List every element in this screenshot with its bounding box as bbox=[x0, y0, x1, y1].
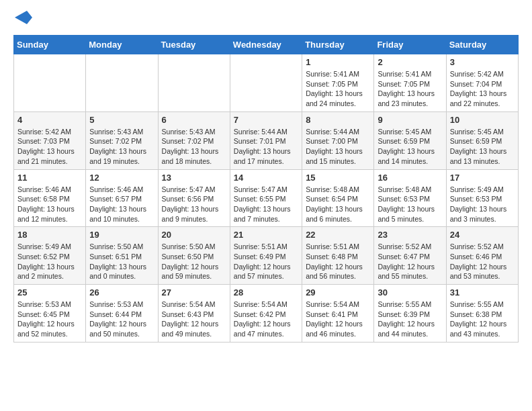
day-cell: 23Sunrise: 5:52 AM Sunset: 6:47 PM Dayli… bbox=[374, 227, 446, 285]
svg-marker-0 bbox=[15, 11, 32, 24]
day-number: 21 bbox=[234, 230, 298, 240]
day-info: Sunrise: 5:49 AM Sunset: 6:53 PM Dayligh… bbox=[450, 185, 515, 224]
day-info: Sunrise: 5:43 AM Sunset: 7:02 PM Dayligh… bbox=[162, 127, 226, 167]
day-cell: 17Sunrise: 5:49 AM Sunset: 6:53 PM Dayli… bbox=[446, 169, 518, 227]
day-info: Sunrise: 5:53 AM Sunset: 6:45 PM Dayligh… bbox=[17, 300, 82, 339]
week-row-3: 11Sunrise: 5:46 AM Sunset: 6:58 PM Dayli… bbox=[14, 169, 519, 227]
day-cell bbox=[230, 54, 302, 112]
day-cell: 25Sunrise: 5:53 AM Sunset: 6:45 PM Dayli… bbox=[14, 285, 86, 342]
day-number: 28 bbox=[234, 287, 298, 298]
day-cell bbox=[86, 54, 158, 112]
day-info: Sunrise: 5:54 AM Sunset: 6:43 PM Dayligh… bbox=[162, 300, 226, 339]
day-number: 6 bbox=[162, 115, 226, 125]
day-cell: 3Sunrise: 5:42 AM Sunset: 7:04 PM Daylig… bbox=[446, 54, 518, 112]
day-number: 22 bbox=[306, 230, 370, 240]
day-cell: 31Sunrise: 5:55 AM Sunset: 6:38 PM Dayli… bbox=[446, 285, 518, 342]
day-cell: 20Sunrise: 5:50 AM Sunset: 6:50 PM Dayli… bbox=[158, 227, 230, 285]
day-info: Sunrise: 5:47 AM Sunset: 6:56 PM Dayligh… bbox=[162, 185, 226, 224]
day-info: Sunrise: 5:47 AM Sunset: 6:55 PM Dayligh… bbox=[234, 185, 298, 224]
day-number: 31 bbox=[450, 287, 515, 298]
day-info: Sunrise: 5:46 AM Sunset: 6:58 PM Dayligh… bbox=[17, 185, 82, 224]
day-number: 17 bbox=[450, 173, 515, 183]
logo bbox=[13, 13, 32, 24]
day-cell: 19Sunrise: 5:50 AM Sunset: 6:51 PM Dayli… bbox=[86, 227, 158, 285]
day-cell: 10Sunrise: 5:45 AM Sunset: 6:59 PM Dayli… bbox=[446, 111, 518, 169]
day-cell: 22Sunrise: 5:51 AM Sunset: 6:48 PM Dayli… bbox=[302, 227, 374, 285]
day-number: 25 bbox=[17, 287, 82, 298]
day-number: 14 bbox=[234, 173, 298, 183]
day-cell: 12Sunrise: 5:46 AM Sunset: 6:57 PM Dayli… bbox=[86, 169, 158, 227]
day-number: 8 bbox=[306, 115, 370, 125]
day-number: 10 bbox=[450, 115, 515, 125]
day-number: 23 bbox=[378, 230, 442, 240]
weekday-header-monday: Monday bbox=[86, 36, 158, 54]
day-cell: 15Sunrise: 5:48 AM Sunset: 6:54 PM Dayli… bbox=[302, 169, 374, 227]
day-number: 3 bbox=[450, 57, 515, 67]
day-cell: 9Sunrise: 5:45 AM Sunset: 6:59 PM Daylig… bbox=[374, 111, 446, 169]
day-number: 27 bbox=[162, 287, 226, 298]
day-number: 30 bbox=[378, 287, 442, 298]
day-cell: 16Sunrise: 5:48 AM Sunset: 6:53 PM Dayli… bbox=[374, 169, 446, 227]
day-cell: 26Sunrise: 5:53 AM Sunset: 6:44 PM Dayli… bbox=[86, 285, 158, 342]
day-cell: 18Sunrise: 5:49 AM Sunset: 6:52 PM Dayli… bbox=[14, 227, 86, 285]
day-info: Sunrise: 5:51 AM Sunset: 6:49 PM Dayligh… bbox=[234, 242, 298, 281]
week-row-1: 1Sunrise: 5:41 AM Sunset: 7:05 PM Daylig… bbox=[14, 54, 519, 112]
week-row-5: 25Sunrise: 5:53 AM Sunset: 6:45 PM Dayli… bbox=[14, 285, 519, 342]
day-cell: 8Sunrise: 5:44 AM Sunset: 7:00 PM Daylig… bbox=[302, 111, 374, 169]
weekday-header-row: SundayMondayTuesdayWednesdayThursdayFrid… bbox=[14, 36, 519, 54]
logo-arrow-icon bbox=[15, 11, 32, 24]
day-number: 18 bbox=[17, 230, 82, 240]
day-number: 9 bbox=[378, 115, 442, 125]
day-info: Sunrise: 5:53 AM Sunset: 6:44 PM Dayligh… bbox=[89, 300, 154, 339]
day-cell bbox=[158, 54, 230, 112]
day-info: Sunrise: 5:41 AM Sunset: 7:05 PM Dayligh… bbox=[306, 69, 370, 109]
weekday-header-tuesday: Tuesday bbox=[158, 36, 230, 54]
day-info: Sunrise: 5:50 AM Sunset: 6:50 PM Dayligh… bbox=[162, 242, 226, 281]
day-info: Sunrise: 5:42 AM Sunset: 7:04 PM Dayligh… bbox=[450, 69, 515, 109]
day-cell: 5Sunrise: 5:43 AM Sunset: 7:02 PM Daylig… bbox=[86, 111, 158, 169]
weekday-header-friday: Friday bbox=[374, 36, 446, 54]
day-number: 24 bbox=[450, 230, 515, 240]
day-info: Sunrise: 5:54 AM Sunset: 6:42 PM Dayligh… bbox=[234, 300, 298, 339]
day-number: 2 bbox=[378, 57, 442, 67]
day-number: 4 bbox=[17, 115, 82, 125]
day-number: 5 bbox=[89, 115, 154, 125]
day-info: Sunrise: 5:55 AM Sunset: 6:39 PM Dayligh… bbox=[378, 300, 442, 339]
weekday-header-sunday: Sunday bbox=[14, 36, 86, 54]
day-cell bbox=[14, 54, 86, 112]
day-cell: 27Sunrise: 5:54 AM Sunset: 6:43 PM Dayli… bbox=[158, 285, 230, 342]
day-info: Sunrise: 5:42 AM Sunset: 7:03 PM Dayligh… bbox=[17, 127, 82, 167]
day-number: 1 bbox=[306, 57, 370, 67]
day-number: 26 bbox=[89, 287, 154, 298]
day-cell: 30Sunrise: 5:55 AM Sunset: 6:39 PM Dayli… bbox=[374, 285, 446, 342]
day-cell: 4Sunrise: 5:42 AM Sunset: 7:03 PM Daylig… bbox=[14, 111, 86, 169]
day-number: 12 bbox=[89, 173, 154, 183]
weekday-header-saturday: Saturday bbox=[446, 36, 518, 54]
day-number: 7 bbox=[234, 115, 298, 125]
day-info: Sunrise: 5:55 AM Sunset: 6:38 PM Dayligh… bbox=[450, 300, 515, 339]
header bbox=[13, 13, 519, 24]
day-info: Sunrise: 5:48 AM Sunset: 6:53 PM Dayligh… bbox=[378, 185, 442, 224]
week-row-2: 4Sunrise: 5:42 AM Sunset: 7:03 PM Daylig… bbox=[14, 111, 519, 169]
day-number: 13 bbox=[162, 173, 226, 183]
day-info: Sunrise: 5:49 AM Sunset: 6:52 PM Dayligh… bbox=[17, 242, 82, 281]
day-info: Sunrise: 5:41 AM Sunset: 7:05 PM Dayligh… bbox=[378, 69, 442, 109]
day-number: 15 bbox=[306, 173, 370, 183]
day-info: Sunrise: 5:52 AM Sunset: 6:47 PM Dayligh… bbox=[378, 242, 442, 281]
day-number: 11 bbox=[17, 173, 82, 183]
day-number: 20 bbox=[162, 230, 226, 240]
day-info: Sunrise: 5:46 AM Sunset: 6:57 PM Dayligh… bbox=[89, 185, 154, 224]
day-info: Sunrise: 5:51 AM Sunset: 6:48 PM Dayligh… bbox=[306, 242, 370, 281]
day-cell: 6Sunrise: 5:43 AM Sunset: 7:02 PM Daylig… bbox=[158, 111, 230, 169]
day-number: 29 bbox=[306, 287, 370, 298]
day-info: Sunrise: 5:50 AM Sunset: 6:51 PM Dayligh… bbox=[89, 242, 154, 281]
day-info: Sunrise: 5:43 AM Sunset: 7:02 PM Dayligh… bbox=[89, 127, 154, 167]
week-row-4: 18Sunrise: 5:49 AM Sunset: 6:52 PM Dayli… bbox=[14, 227, 519, 285]
day-info: Sunrise: 5:45 AM Sunset: 6:59 PM Dayligh… bbox=[378, 127, 442, 167]
day-cell: 13Sunrise: 5:47 AM Sunset: 6:56 PM Dayli… bbox=[158, 169, 230, 227]
day-info: Sunrise: 5:48 AM Sunset: 6:54 PM Dayligh… bbox=[306, 185, 370, 224]
day-cell: 14Sunrise: 5:47 AM Sunset: 6:55 PM Dayli… bbox=[230, 169, 302, 227]
weekday-header-wednesday: Wednesday bbox=[230, 36, 302, 54]
day-info: Sunrise: 5:45 AM Sunset: 6:59 PM Dayligh… bbox=[450, 127, 515, 167]
day-cell: 1Sunrise: 5:41 AM Sunset: 7:05 PM Daylig… bbox=[302, 54, 374, 112]
